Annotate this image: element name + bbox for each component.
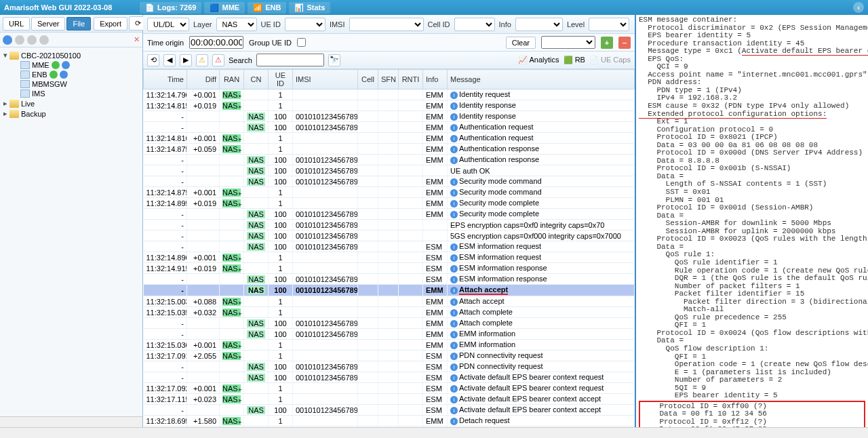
filter-extra-select[interactable] bbox=[541, 36, 595, 49]
table-row[interactable]: 11:32:17.092+0.001NAS1ESMiActivate defau… bbox=[144, 383, 635, 394]
table-row[interactable]: 11:32:17.115+0.023NAS1ESMiActivate defau… bbox=[144, 394, 635, 405]
table-row[interactable]: -NAS100001010123456789EMMiAuthentication… bbox=[144, 122, 635, 133]
table-row[interactable]: -NAS100001010123456789ESMiActivate defau… bbox=[144, 372, 635, 383]
search-input[interactable] bbox=[256, 54, 324, 66]
table-row[interactable]: -NAS100001010123456789EMMiAttach accept bbox=[144, 285, 635, 296]
tree-item-mbmsgw[interactable]: MBMSGW bbox=[1, 79, 141, 89]
table-row[interactable]: -NAS100001010123456789EPS encryption cap… bbox=[144, 220, 635, 231]
remove-filter-icon[interactable]: – bbox=[618, 37, 631, 49]
rb-button[interactable]: 🟩 RB bbox=[564, 56, 585, 64]
table-row[interactable]: 11:32:14.875+0.001NAS1EMMiSecurity mode … bbox=[144, 187, 635, 198]
tab-file[interactable]: File bbox=[66, 17, 91, 31]
table-row[interactable]: 11:32:14.875+0.059NAS1EMMiAuthentication… bbox=[144, 144, 635, 155]
table-row[interactable]: -NAS100001010123456789EMMiSecurity mode … bbox=[144, 176, 635, 187]
close-icon[interactable]: ✕ bbox=[134, 35, 140, 44]
export-button[interactable]: Export bbox=[94, 17, 127, 31]
cellid-select[interactable] bbox=[454, 18, 495, 31]
col-header[interactable]: SFN bbox=[378, 70, 399, 89]
col-header[interactable]: RAN bbox=[220, 70, 244, 89]
table-row[interactable]: -NAS100001010123456789EMMiAttach complet… bbox=[144, 318, 635, 329]
col-header[interactable]: Cell bbox=[358, 70, 378, 89]
table-row[interactable]: 11:32:14.815+0.019NAS1EMMiIdentity respo… bbox=[144, 100, 635, 111]
tab-enb[interactable]: 📶 ENB bbox=[248, 2, 286, 14]
col-header[interactable]: CN bbox=[244, 70, 269, 89]
warning-icon[interactable]: ⚠ bbox=[196, 54, 208, 66]
collapse-sidebar-icon[interactable]: ‹ bbox=[853, 2, 864, 13]
nav-prev-icon[interactable]: ◀ bbox=[163, 54, 176, 66]
search-label: Search bbox=[229, 56, 252, 64]
logs-button[interactable]: 📄 Logs: 7269 bbox=[140, 2, 201, 14]
table-row[interactable]: -NAS100001010123456789ESMiActivate defau… bbox=[144, 405, 635, 416]
col-header[interactable]: Info bbox=[423, 70, 448, 89]
prev-icon[interactable] bbox=[15, 35, 24, 45]
table-row[interactable]: 11:32:17.091+2.055NAS1ESMiPDN connectivi… bbox=[144, 351, 635, 361]
col-header[interactable]: IMSI bbox=[293, 70, 358, 89]
nav-next-icon[interactable]: ▶ bbox=[180, 54, 192, 66]
ueid-select[interactable] bbox=[285, 18, 326, 31]
tree-label: IMS bbox=[32, 89, 45, 98]
table-row[interactable]: -NAS100001010123456789EMMiSecurity mode … bbox=[144, 209, 635, 220]
binoculars-icon[interactable]: 🔭 bbox=[328, 54, 340, 66]
table-row[interactable]: -NAS100001010123456789EMMiAuthentication… bbox=[144, 155, 635, 165]
uecaps-label: UE Caps bbox=[601, 56, 631, 64]
table-row[interactable]: 11:32:14.816+0.001NAS1EMMiAuthentication… bbox=[144, 133, 635, 144]
table-row[interactable]: -NAS1EMMiDetach request bbox=[144, 426, 635, 428]
col-header[interactable]: Diff bbox=[187, 70, 220, 89]
table-row[interactable]: -NAS100001010123456789ESMiESM informatio… bbox=[144, 241, 635, 252]
tree-live[interactable]: ▸Live bbox=[1, 98, 141, 108]
level-select[interactable] bbox=[589, 18, 629, 31]
tab-url[interactable]: URL bbox=[3, 17, 30, 31]
table-row[interactable]: 11:32:15.036+0.001NAS1EMMiEMM informatio… bbox=[144, 340, 635, 351]
tree-item-enb[interactable]: ENB bbox=[1, 70, 141, 79]
table-row[interactable]: 11:32:14.796+0.001NAS1EMMiIdentity reque… bbox=[144, 89, 635, 100]
table-row[interactable]: 11:32:14.896+0.001NAS1ESMiESM informatio… bbox=[144, 252, 635, 263]
time-origin-input[interactable] bbox=[189, 36, 243, 49]
info-select[interactable] bbox=[515, 18, 563, 31]
log-table-wrap[interactable]: TimeDiffRANCNUE IDIMSICellSFNRNTIInfoMes… bbox=[143, 69, 635, 427]
col-header[interactable]: RNTI bbox=[399, 70, 423, 89]
table-row[interactable]: -NAS100001010123456789EMMiEMM informatio… bbox=[144, 329, 635, 340]
tab-server[interactable]: Server bbox=[31, 17, 65, 31]
table-row[interactable]: 11:32:14.915+0.019NAS1ESMiESM informatio… bbox=[144, 263, 635, 274]
tree-backup[interactable]: ▸Backup bbox=[1, 108, 141, 119]
table-row[interactable]: -NAS100001010123456789UE auth OK bbox=[144, 165, 635, 176]
table-row[interactable]: -NAS100001010123456789EMMiIdentity respo… bbox=[144, 111, 635, 122]
table-row[interactable]: -NAS100001010123456789ESMiESM informatio… bbox=[144, 274, 635, 285]
tree-root[interactable]: ▾CBC-2021050100 bbox=[1, 50, 141, 60]
detail-hscroll[interactable] bbox=[0, 427, 868, 438]
last-icon[interactable] bbox=[39, 35, 49, 45]
tree-label: Backup bbox=[21, 110, 46, 118]
table-row[interactable]: 11:32:14.895+0.019NAS1EMMiSecurity mode … bbox=[144, 198, 635, 209]
tab-stats-label: Stats bbox=[307, 3, 325, 12]
group-ueid-checkbox[interactable] bbox=[297, 38, 306, 47]
tab-mme[interactable]: 🟦 MME bbox=[204, 2, 245, 14]
table-row[interactable]: -NAS1000010101234567895GS encryption cap… bbox=[144, 231, 635, 241]
table-row[interactable]: -NAS100001010123456789ESMiPDN connectivi… bbox=[144, 361, 635, 372]
sidebar-hscroll[interactable] bbox=[0, 416, 142, 427]
imsi-select[interactable] bbox=[349, 18, 424, 31]
first-icon[interactable] bbox=[3, 35, 12, 45]
clear-button[interactable]: Clear bbox=[506, 37, 536, 49]
error-icon[interactable]: ⚠ bbox=[212, 54, 224, 66]
time-origin-label: Time origin bbox=[147, 39, 184, 47]
add-filter-icon[interactable]: + bbox=[601, 37, 613, 49]
uldl-select[interactable]: UL/DL bbox=[147, 18, 189, 31]
filter-bar-3: ⟲ ◀ ▶ ⚠ ⚠ Search 🔭 📈 Analytics 🟩 RB 📄 UE… bbox=[143, 52, 635, 69]
tab-stats[interactable]: 📊 Stats bbox=[289, 2, 330, 14]
layer-select[interactable]: NAS bbox=[216, 18, 257, 31]
col-header[interactable]: Time bbox=[144, 70, 187, 89]
col-header[interactable]: UE ID bbox=[269, 70, 293, 89]
col-header[interactable]: Message bbox=[448, 70, 635, 89]
log-table: TimeDiffRANCNUE IDIMSICellSFNRNTIInfoMes… bbox=[143, 69, 635, 427]
analytics-button[interactable]: 📈 Analytics bbox=[518, 56, 559, 64]
message-detail-panel[interactable]: ESM message container: Protocol discrimi… bbox=[636, 15, 868, 427]
table-row[interactable]: 11:32:18.695+1.580NAS1EMMiDetach request bbox=[144, 416, 635, 426]
table-row[interactable]: 11:32:15.035+0.032NAS1EMMiAttach complet… bbox=[144, 307, 635, 318]
tree-item-ims[interactable]: IMS bbox=[1, 89, 141, 98]
file-tree: ▾CBC-2021050100 MME ENB MBMSGW IMS ▸Live… bbox=[0, 47, 142, 416]
next-icon[interactable] bbox=[27, 35, 37, 45]
app-title: Amarisoft Web GUI 2022-03-08 bbox=[4, 3, 140, 12]
reload-icon[interactable]: ⟲ bbox=[147, 54, 159, 66]
table-row[interactable]: 11:32:15.003+0.088NAS1EMMiAttach accept bbox=[144, 296, 635, 307]
tree-item-mme[interactable]: MME bbox=[1, 60, 141, 70]
